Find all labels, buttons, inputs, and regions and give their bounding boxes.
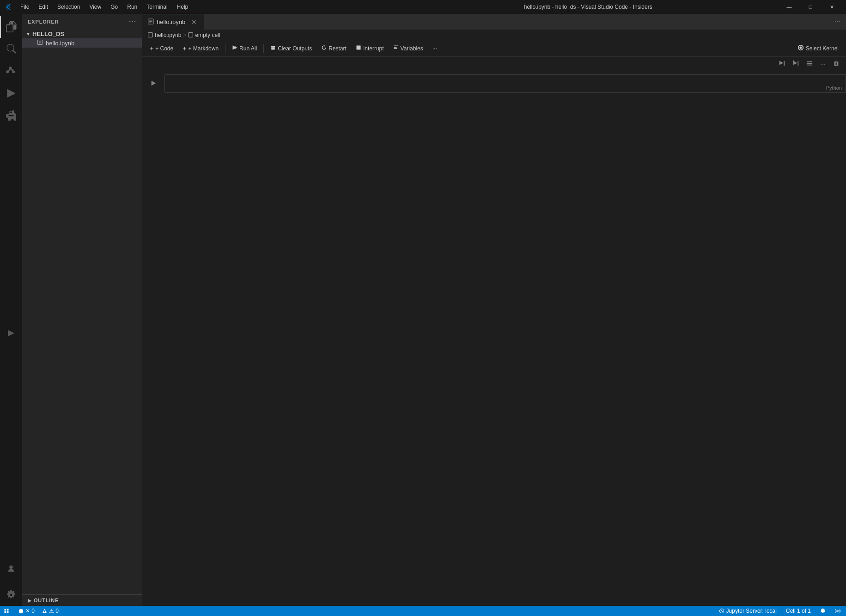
menu-view[interactable]: View bbox=[85, 3, 105, 11]
tab-more-button[interactable]: ··· bbox=[829, 18, 846, 26]
cell-more-button[interactable]: ··· bbox=[817, 59, 828, 68]
folder-name: HELLO_DS bbox=[32, 30, 64, 37]
tab-file-icon bbox=[148, 18, 154, 26]
run-below-button[interactable] bbox=[790, 59, 802, 69]
activity-source-control[interactable] bbox=[0, 60, 22, 82]
breadcrumb-cell[interactable]: empty cell bbox=[188, 32, 220, 38]
sidebar-title: EXPLORER bbox=[28, 19, 59, 24]
breadcrumb: hello.ipynb > empty cell bbox=[142, 30, 846, 40]
notebook-toolbar: + + Code + + Markdown Run All bbox=[142, 40, 846, 57]
clear-outputs-icon bbox=[270, 45, 276, 52]
folder-hello-ds[interactable]: ▼ HELLO_DS bbox=[22, 30, 142, 38]
cell-info-label: Cell 1 of 1 bbox=[786, 608, 811, 614]
svg-rect-3 bbox=[356, 46, 360, 50]
activity-run-debug[interactable] bbox=[0, 82, 22, 104]
breadcrumb-cell-label: empty cell bbox=[195, 32, 220, 38]
delete-cell-button[interactable] bbox=[830, 59, 842, 69]
toolbar-right: Select Kernel bbox=[794, 43, 842, 54]
status-jupyter-server[interactable]: Jupyter Server: local bbox=[717, 608, 779, 614]
window-controls[interactable]: — □ ✕ bbox=[779, 0, 842, 14]
cell-language-label: Python bbox=[826, 85, 842, 91]
status-remote[interactable] bbox=[0, 606, 13, 616]
tab-close-icon[interactable]: ✕ bbox=[190, 18, 198, 26]
toolbar-more-button[interactable]: ··· bbox=[429, 44, 441, 53]
breadcrumb-file-icon bbox=[148, 32, 153, 38]
menu-go[interactable]: Go bbox=[107, 3, 122, 11]
activity-bar bbox=[0, 14, 22, 606]
file-name: hello.ipynb bbox=[46, 40, 74, 47]
tab-bar: hello.ipynb ✕ ··· bbox=[142, 14, 846, 30]
notebook-content[interactable]: Python bbox=[142, 71, 846, 606]
restart-icon bbox=[321, 45, 327, 52]
variables-icon bbox=[393, 45, 399, 52]
cell-more-icon: ··· bbox=[820, 60, 826, 67]
menu-run[interactable]: Run bbox=[123, 3, 141, 11]
breadcrumb-sep-1: > bbox=[183, 32, 186, 38]
cell-gutter bbox=[142, 74, 164, 93]
status-notifications[interactable] bbox=[818, 608, 828, 614]
plus-icon: + bbox=[150, 45, 153, 52]
file-hello-ipynb[interactable]: hello.ipynb bbox=[22, 38, 142, 48]
errors-count: ✕ 0 bbox=[25, 608, 35, 614]
activity-remote-explorer[interactable] bbox=[0, 322, 22, 344]
interrupt-button[interactable]: Interrupt bbox=[352, 43, 388, 53]
interrupt-label: Interrupt bbox=[363, 45, 384, 52]
status-broadcast[interactable] bbox=[833, 608, 842, 614]
toolbar-separator-2 bbox=[263, 44, 264, 53]
breadcrumb-file[interactable]: hello.ipynb bbox=[148, 32, 181, 38]
status-cell-info[interactable]: Cell 1 of 1 bbox=[784, 608, 813, 614]
run-all-button[interactable]: Run All bbox=[228, 43, 261, 53]
breadcrumb-file-label: hello.ipynb bbox=[155, 32, 181, 38]
menu-edit[interactable]: Edit bbox=[35, 3, 52, 11]
menu-help[interactable]: Help bbox=[173, 3, 192, 11]
outline-header[interactable]: ▶ OUTLINE bbox=[22, 595, 142, 606]
sidebar-more-button[interactable]: ··· bbox=[129, 18, 136, 26]
svg-rect-2 bbox=[189, 32, 193, 37]
status-warnings[interactable]: ⚠ 0 bbox=[40, 608, 61, 614]
window-title: hello.ipynb - hello_ds - Visual Studio C… bbox=[398, 4, 779, 10]
minimize-button[interactable]: — bbox=[779, 0, 800, 14]
variables-button[interactable]: Variables bbox=[390, 43, 427, 53]
select-kernel-button[interactable]: Select Kernel bbox=[794, 43, 842, 54]
tab-label: hello.ipynb bbox=[157, 18, 185, 25]
warnings-count: ⚠ 0 bbox=[49, 608, 59, 614]
cell-container: Python bbox=[142, 74, 846, 93]
activity-search[interactable] bbox=[0, 38, 22, 60]
folder-toggle-icon: ▼ bbox=[26, 31, 30, 37]
activity-explorer[interactable] bbox=[0, 16, 22, 38]
menu-file[interactable]: File bbox=[17, 3, 33, 11]
add-markdown-label: + Markdown bbox=[188, 45, 219, 52]
file-icon bbox=[37, 39, 43, 47]
status-errors[interactable]: ✕ 0 bbox=[17, 608, 37, 614]
breadcrumb-cell-icon bbox=[188, 32, 193, 38]
status-bar: ✕ 0 ⚠ 0 Jupyter Server: local Cell 1 of … bbox=[0, 606, 846, 616]
menu-terminal[interactable]: Terminal bbox=[143, 3, 171, 11]
cell-run-button[interactable] bbox=[150, 80, 157, 88]
main-layout: EXPLORER ··· ▼ HELLO_DS hello.ipynb ▶ OU… bbox=[0, 14, 846, 606]
cell-editor[interactable] bbox=[165, 75, 846, 92]
run-all-label: Run All bbox=[239, 45, 257, 52]
variables-label: Variables bbox=[401, 45, 423, 52]
activity-account[interactable] bbox=[0, 558, 22, 580]
restart-button[interactable]: Restart bbox=[317, 43, 350, 53]
menu-bar[interactable]: File Edit Selection View Go Run Terminal… bbox=[17, 3, 398, 11]
activity-extensions[interactable] bbox=[0, 104, 22, 127]
add-code-button[interactable]: + + Code bbox=[146, 43, 177, 54]
activity-settings[interactable] bbox=[0, 584, 22, 606]
outline-toggle-icon: ▶ bbox=[28, 598, 32, 603]
run-above-button[interactable] bbox=[776, 59, 788, 69]
clear-outputs-button[interactable]: Clear Outputs bbox=[267, 43, 316, 53]
sidebar: EXPLORER ··· ▼ HELLO_DS hello.ipynb ▶ OU… bbox=[22, 14, 142, 606]
maximize-button[interactable]: □ bbox=[800, 0, 821, 14]
kernel-icon bbox=[797, 44, 804, 52]
add-markdown-button[interactable]: + + Markdown bbox=[179, 43, 222, 54]
restart-label: Restart bbox=[329, 45, 347, 52]
close-button[interactable]: ✕ bbox=[821, 0, 842, 14]
sidebar-header: EXPLORER ··· bbox=[22, 14, 142, 30]
toolbar-separator-1 bbox=[225, 44, 225, 53]
menu-selection[interactable]: Selection bbox=[54, 3, 84, 11]
tab-hello-ipynb[interactable]: hello.ipynb ✕ bbox=[142, 14, 204, 30]
toggle-output-button[interactable] bbox=[803, 59, 816, 69]
cell-body[interactable]: Python bbox=[164, 74, 846, 93]
select-kernel-label: Select Kernel bbox=[806, 45, 839, 52]
